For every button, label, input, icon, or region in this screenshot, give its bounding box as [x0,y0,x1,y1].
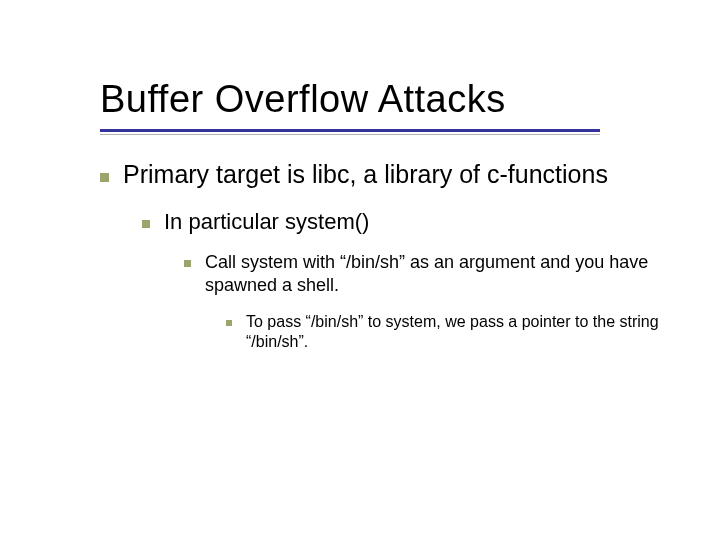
slide: Buffer Overflow Attacks Primary target i… [0,0,720,540]
square-bullet-icon [184,260,191,267]
slide-title: Buffer Overflow Attacks [100,78,670,121]
bullet-level-3: Call system with “/bin/sh” as an argumen… [184,251,670,298]
bullet-level-2: In particular system() [142,208,670,237]
title-underline [100,129,670,135]
bullet-text: Call system with “/bin/sh” as an argumen… [205,251,670,298]
rule-thin [100,134,600,135]
square-bullet-icon [100,173,109,182]
bullet-level-1: Primary target is libc, a library of c-f… [100,159,670,190]
bullet-text: To pass “/bin/sh” to system, we pass a p… [246,312,670,354]
rule-thick [100,129,600,132]
bullet-text: In particular system() [164,208,670,237]
square-bullet-icon [226,320,232,326]
square-bullet-icon [142,220,150,228]
bullet-text: Primary target is libc, a library of c-f… [123,159,670,190]
bullet-level-4: To pass “/bin/sh” to system, we pass a p… [226,312,670,354]
